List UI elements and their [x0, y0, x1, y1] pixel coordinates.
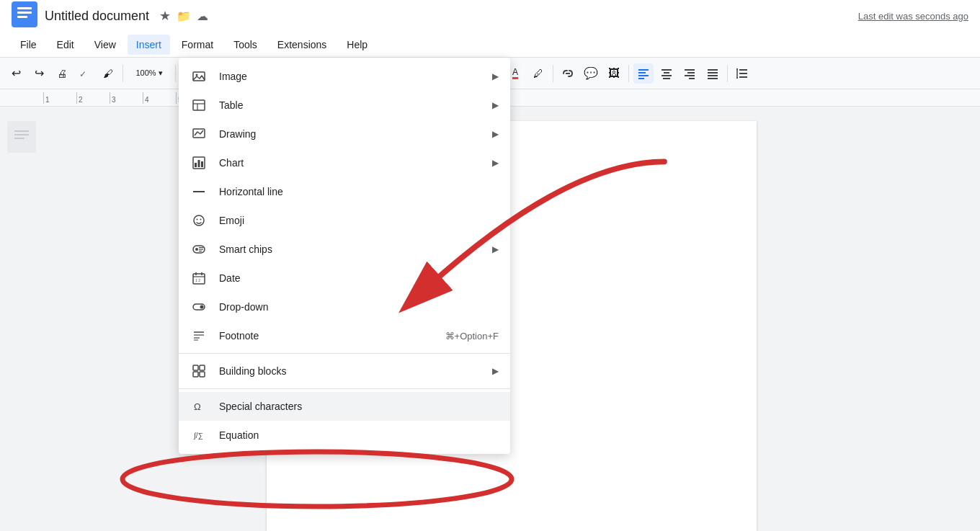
align-justify-button[interactable]	[703, 63, 723, 84]
chart-arrow: ▶	[492, 158, 499, 168]
menu-item-emoji[interactable]: Emoji	[179, 206, 510, 235]
menu-item-date[interactable]: 1 2 Date	[179, 264, 510, 293]
separator-7	[628, 65, 629, 82]
svg-text:Ω: Ω	[194, 401, 201, 412]
ruler-mark: 3	[110, 92, 143, 104]
menu-item-file[interactable]: File	[12, 35, 45, 55]
emoji-icon	[190, 212, 208, 229]
image-inline-button[interactable]: 🖼	[604, 63, 624, 84]
horizontal-line-label: Horizontal line	[219, 186, 499, 197]
print-button[interactable]: 🖨	[52, 63, 72, 84]
footnote-label: Footnote	[219, 330, 445, 342]
ruler-mark: 2	[76, 92, 110, 104]
svg-text:✓: ✓	[79, 69, 86, 79]
svg-point-54	[200, 305, 204, 309]
align-left-button[interactable]	[633, 63, 654, 84]
menu-item-image[interactable]: Image ▶	[179, 62, 510, 91]
svg-rect-3	[17, 16, 27, 18]
building-blocks-icon	[190, 362, 208, 380]
image-label: Image	[219, 71, 492, 82]
line-spacing-button[interactable]	[732, 63, 752, 84]
dropdown-icon	[190, 298, 208, 316]
svg-rect-60	[200, 365, 205, 370]
menu-item-format[interactable]: Format	[173, 35, 222, 55]
spellcheck-button[interactable]: ✓	[75, 63, 95, 84]
ruler-mark: 4	[143, 92, 176, 104]
menu-item-footnote[interactable]: Footnote ⌘+Option+F	[179, 321, 510, 350]
app-logo	[12, 1, 37, 30]
svg-rect-1	[17, 7, 32, 9]
svg-rect-62	[200, 372, 205, 377]
menu-item-chart[interactable]: Chart ▶	[179, 148, 510, 177]
menu-item-insert[interactable]: Insert	[128, 35, 170, 55]
document-title[interactable]: Untitled document	[45, 9, 149, 24]
menu-divider-1	[179, 353, 510, 354]
menu-divider-2	[179, 388, 510, 389]
smart-chips-label: Smart chips	[219, 244, 492, 255]
undo-button[interactable]: ↩	[6, 63, 26, 84]
menu-item-smart-chips[interactable]: Smart chips ▶	[179, 235, 510, 264]
table-icon	[190, 97, 208, 114]
menu-item-equation[interactable]: ∫/∑ Equation	[179, 421, 510, 450]
svg-point-30	[196, 74, 198, 76]
menu-item-tools[interactable]: Tools	[225, 35, 266, 55]
menu-item-edit[interactable]: Edit	[48, 35, 83, 55]
menu-item-drawing[interactable]: Drawing ▶	[179, 120, 510, 148]
menu-item-special-characters[interactable]: Ω Special characters	[179, 392, 510, 421]
separator-8	[727, 65, 728, 82]
special-characters-icon: Ω	[190, 398, 208, 415]
menu-item-extensions[interactable]: Extensions	[269, 35, 335, 55]
separator-6	[553, 65, 553, 82]
insert-dropdown-menu: Image ▶ Table ▶ Drawing ▶ Chart ▶ Horizo…	[179, 58, 510, 454]
star-icon[interactable]: ★	[159, 8, 171, 24]
svg-rect-29	[193, 72, 205, 81]
svg-rect-0	[12, 1, 37, 27]
title-bar: Untitled document ★ 📁 ☁ Last edit was se…	[0, 0, 980, 32]
footnote-shortcut: ⌘+Option+F	[445, 331, 499, 342]
smart-chips-icon	[190, 241, 208, 258]
separator-1	[122, 65, 123, 82]
svg-text:∫/∑: ∫/∑	[193, 432, 203, 439]
emoji-label: Emoji	[219, 215, 499, 226]
comment-button[interactable]: 💬	[581, 63, 601, 84]
drawing-icon	[190, 125, 208, 143]
svg-rect-38	[201, 161, 203, 167]
menu-bar: File Edit View Insert Format Tools Exten…	[0, 32, 980, 58]
svg-rect-59	[193, 365, 198, 370]
last-edit-status: Last edit was seconds ago	[858, 11, 968, 22]
svg-rect-2	[17, 12, 32, 14]
zoom-button[interactable]: 100% ▾	[128, 63, 171, 84]
image-icon	[190, 68, 208, 85]
menu-item-view[interactable]: View	[86, 35, 125, 55]
svg-rect-36	[195, 163, 197, 167]
link-button[interactable]	[558, 63, 578, 84]
paint-format-button[interactable]: 🖌	[98, 63, 118, 84]
menu-item-help[interactable]: Help	[338, 35, 376, 55]
building-blocks-arrow: ▶	[492, 366, 499, 376]
svg-point-41	[197, 219, 198, 220]
menu-item-horizontal-line[interactable]: Horizontal line	[179, 177, 510, 206]
menu-item-table[interactable]: Table ▶	[179, 91, 510, 120]
align-right-button[interactable]	[680, 63, 700, 84]
sidebar	[0, 107, 43, 531]
svg-text:1 2: 1 2	[195, 278, 200, 282]
menu-item-building-blocks[interactable]: Building blocks ▶	[179, 357, 510, 385]
svg-rect-61	[193, 372, 198, 377]
redo-button[interactable]: ↪	[29, 63, 49, 84]
chart-label: Chart	[219, 157, 492, 169]
folder-icon[interactable]: 📁	[177, 9, 191, 23]
menu-item-dropdown[interactable]: Drop-down	[179, 293, 510, 321]
cloud-icon[interactable]: ☁	[197, 9, 208, 23]
svg-rect-31	[193, 100, 205, 110]
svg-point-42	[200, 219, 202, 220]
smart-chips-arrow: ▶	[492, 244, 499, 254]
drawing-label: Drawing	[219, 128, 492, 140]
highlight-button[interactable]: 🖊	[528, 63, 548, 84]
svg-rect-37	[198, 160, 200, 167]
svg-rect-25	[12, 125, 32, 148]
horizontal-line-icon	[190, 183, 208, 200]
chart-icon	[190, 154, 208, 171]
image-arrow: ▶	[492, 71, 499, 81]
align-center-button[interactable]	[656, 63, 677, 84]
footnote-icon	[190, 327, 208, 344]
